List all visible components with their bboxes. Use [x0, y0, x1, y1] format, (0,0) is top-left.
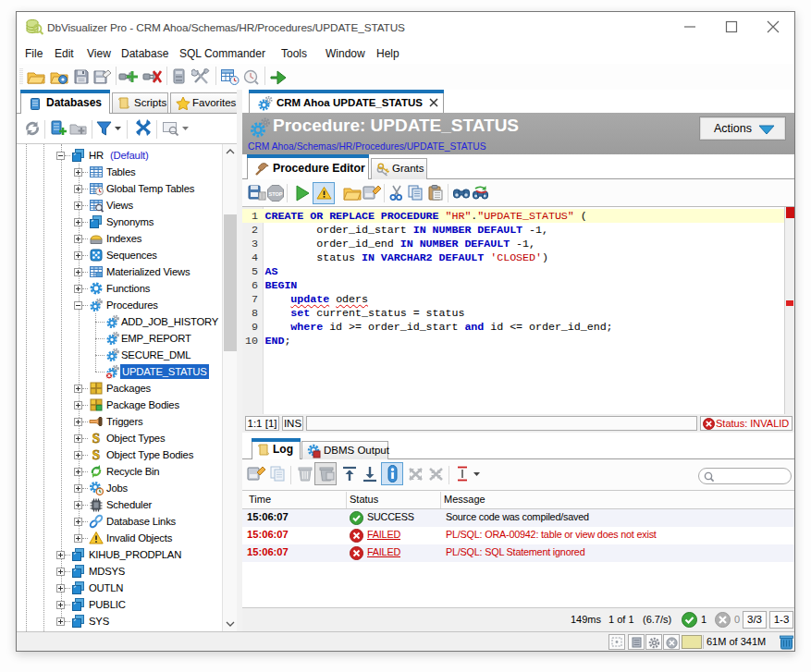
svg-text:S: S — [92, 447, 100, 462]
svg-text:STOP: STOP — [268, 191, 282, 197]
svg-text:S: S — [92, 431, 100, 446]
